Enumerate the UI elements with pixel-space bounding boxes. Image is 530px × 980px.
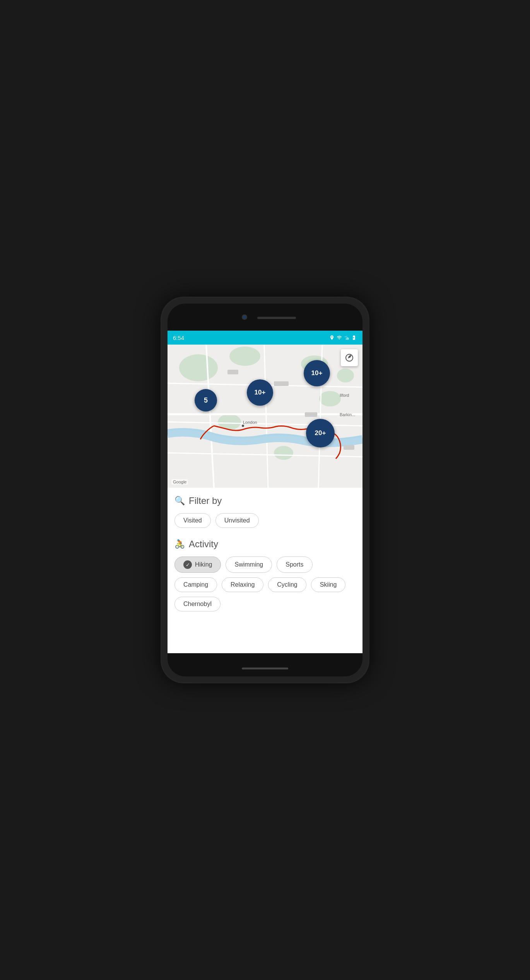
svg-rect-0 [348,338,349,340]
filter-title: Filter by [189,495,222,506]
svg-point-8 [337,369,354,382]
cluster-20[interactable]: 20+ [306,419,335,447]
google-watermark: Google [171,479,188,485]
activity-title: Activity [189,539,218,550]
chip-chernobyl[interactable]: Chernobyl [174,597,221,611]
svg-text:Barkin...: Barkin... [340,412,355,417]
svg-rect-23 [274,381,289,386]
svg-point-10 [274,446,293,460]
wifi-icon [336,335,342,340]
status-icons [329,335,357,340]
svg-rect-25 [305,412,317,417]
svg-point-5 [229,347,260,366]
svg-rect-2 [346,336,347,340]
svg-rect-1 [347,337,348,340]
battery-icon [351,335,357,340]
chip-sports[interactable]: Sports [277,557,312,573]
svg-text:London: London [243,420,257,425]
cluster-10-right[interactable]: 10+ [304,360,330,386]
camera [242,314,247,320]
chip-relaxing[interactable]: Relaxing [222,577,263,592]
chip-cycling[interactable]: Cycling [268,577,306,592]
compass-button[interactable] [341,349,358,366]
content-area: 🔍 Filter by Visited Unvisited 🚴 Activity [168,488,362,653]
chip-unvisited[interactable]: Unvisited [215,513,259,528]
cluster-10-left[interactable]: 10+ [247,379,273,406]
speaker [257,317,296,319]
svg-point-7 [319,391,341,406]
activity-chips-group: ✓ Hiking Swimming Sports Camping Relaxin [174,557,356,611]
chip-skiing[interactable]: Skiing [311,577,346,592]
chip-swimming[interactable]: Swimming [226,557,272,573]
phone-frame: 6:54 [161,297,369,683]
status-time: 6:54 [173,335,184,341]
svg-point-19 [242,425,244,427]
compass-icon [345,353,354,362]
screen: 6:54 [168,331,362,653]
location-icon [329,335,335,340]
filter-header: 🔍 Filter by [174,495,356,506]
status-bar: 6:54 [168,331,362,345]
svg-rect-22 [227,370,238,374]
chip-visited[interactable]: Visited [174,513,211,528]
svg-text:Ilford: Ilford [340,393,349,398]
chip-hiking[interactable]: ✓ Hiking [174,557,221,573]
phone-inner: 6:54 [168,304,362,676]
map-background: London Ilford Barkin... [168,345,362,488]
map-area[interactable]: London Ilford Barkin... [168,345,362,488]
home-indicator [242,668,288,669]
cluster-5[interactable]: 5 [195,389,217,411]
check-icon: ✓ [183,560,192,569]
chip-camping[interactable]: Camping [174,577,217,592]
activity-header: 🚴 Activity [174,539,356,550]
signal-icon [344,335,349,340]
search-icon: 🔍 [174,496,185,506]
filter-chips-group: Visited Unvisited [174,513,356,528]
svg-rect-26 [344,445,354,450]
activity-icon: 🚴 [174,539,185,549]
svg-point-4 [179,354,218,381]
